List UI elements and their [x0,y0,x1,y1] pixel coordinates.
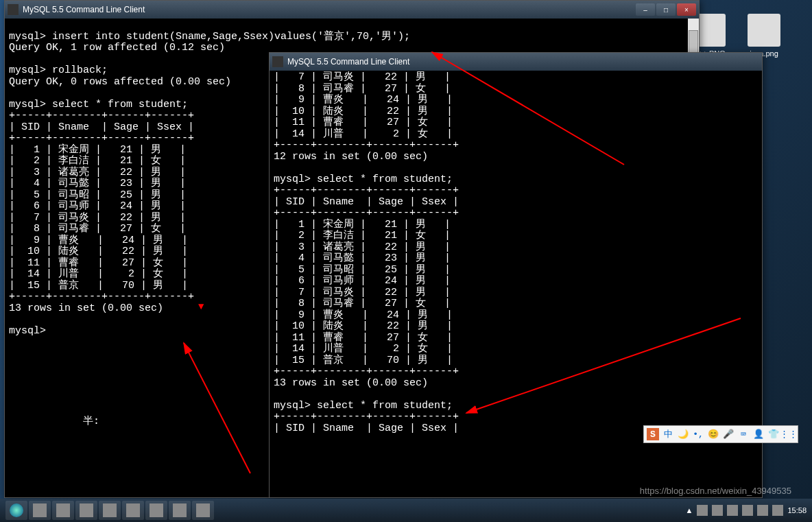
minimize-button[interactable]: – [636,3,655,16]
taskbar[interactable]: ▲ 15:58 [0,499,812,522]
titlebar[interactable]: MySQL 5.5 Command Line Client – □ × [5,1,699,19]
tray-icon[interactable] [697,505,708,516]
window-title: MySQL 5.5 Command Line Client [23,5,636,14]
ime-user-icon[interactable]: 👤 [752,428,765,440]
window-title: MySQL 5.5 Command Line Client [287,57,759,67]
taskbar-app[interactable] [145,501,167,520]
taskbar-app[interactable] [192,501,214,520]
red-triangle-marker: ▼ [198,301,204,312]
ime-toolbar[interactable]: S 中 🌙 •, 😊 🎤 ⌨ 👤 👕 ⋮⋮ [643,425,798,443]
titlebar[interactable]: MySQL 5.5 Command Line Client [270,53,762,71]
watermark: https://blog.csdn.net/weixin_43949535 [640,486,791,496]
taskbar-app[interactable] [99,501,121,520]
tray-clock[interactable]: 15:58 [787,506,807,514]
tray-icon[interactable] [772,505,783,516]
taskbar-app[interactable] [122,501,144,520]
tray-icon[interactable] [742,505,753,516]
desktop-icon[interactable]: java.png [743,14,785,58]
ime-mic-icon[interactable]: 🎤 [722,428,735,440]
taskbar-app[interactable] [52,501,74,520]
ime-menu-icon[interactable]: ⋮⋮ [783,428,795,440]
taskbar-app[interactable] [29,501,51,520]
ime-keyboard-icon[interactable]: ⌨ [737,428,750,440]
ime-punct[interactable]: •, [692,428,704,440]
system-tray[interactable]: ▲ 15:58 [686,505,807,516]
app-icon [272,56,283,67]
tray-icon[interactable] [712,505,723,516]
ime-skin-icon[interactable]: 👕 [767,428,780,440]
start-button[interactable] [5,501,27,520]
taskbar-app[interactable] [169,501,191,520]
file-icon [748,14,780,47]
app-icon [8,4,19,15]
maximize-button[interactable]: □ [656,3,676,16]
ime-mode[interactable]: 中 [662,428,674,440]
close-button[interactable]: × [677,3,696,16]
ime-emoji-icon[interactable]: 😊 [707,428,719,440]
tray-icon[interactable] [757,505,768,516]
ime-logo-icon[interactable]: S [647,428,659,440]
ime-moon-icon[interactable]: 🌙 [677,428,689,440]
taskbar-app[interactable] [75,501,97,520]
tray-chevron-icon[interactable]: ▲ [686,506,693,514]
tray-icon[interactable] [727,505,738,516]
